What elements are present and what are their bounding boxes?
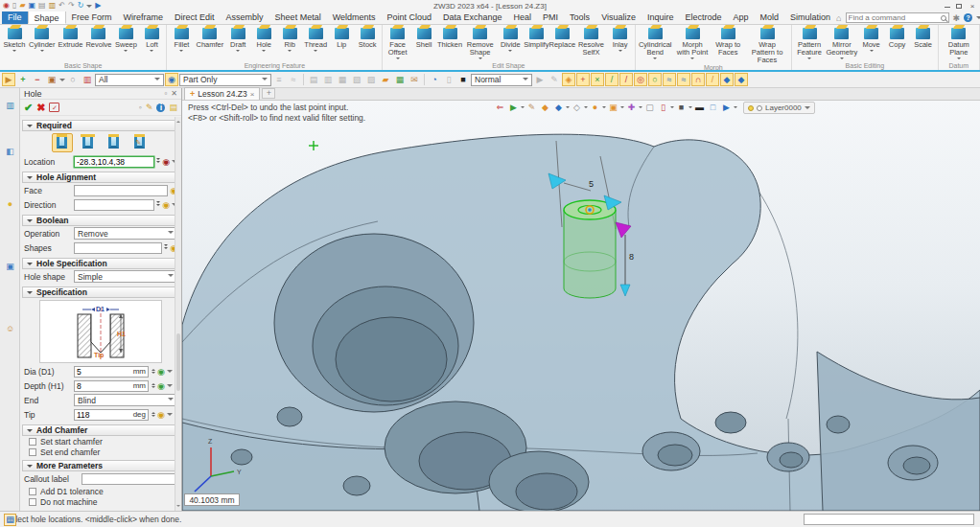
inlay-button[interactable]: Inlay xyxy=(608,26,633,54)
cad-scene[interactable]: Z Y X xyxy=(182,101,980,511)
print-icon[interactable]: ▤ xyxy=(38,2,46,10)
help-caret-icon[interactable] xyxy=(976,16,980,22)
open-file-icon[interactable]: ▰ xyxy=(19,2,25,10)
chevron-down-icon[interactable] xyxy=(12,50,16,54)
start-chamfer-checkbox[interactable] xyxy=(29,438,36,446)
wrap-pattern-to-faces-button[interactable]: Wrap Pattern to Faces xyxy=(745,26,789,64)
chevron-down-icon[interactable] xyxy=(734,106,737,110)
exit-icon[interactable]: ⇐ xyxy=(494,101,506,113)
filter-all-combo[interactable]: All xyxy=(95,74,164,86)
section-view-icon[interactable]: ▯ xyxy=(657,101,669,113)
sketch-button[interactable]: Sketch xyxy=(2,26,27,54)
chevron-down-icon[interactable] xyxy=(262,50,266,54)
lightbulb-icon[interactable] xyxy=(748,105,754,111)
scroll-thumb[interactable] xyxy=(176,333,180,391)
hole-preview-cylinder[interactable] xyxy=(564,200,616,298)
pattern-feature-button[interactable]: Pattern Feature xyxy=(794,26,825,61)
panel-toggle-icon[interactable]: ◫ xyxy=(4,514,16,526)
tab-data-exchange[interactable]: Data Exchange xyxy=(437,11,508,24)
chevron-down-icon[interactable] xyxy=(124,50,128,54)
qat-next-icon[interactable]: ▶ xyxy=(95,2,101,10)
chevron-down-icon[interactable] xyxy=(670,106,674,110)
snap-face-icon[interactable]: ◆ xyxy=(720,73,734,86)
tab-direct-edit[interactable]: Direct Edit xyxy=(169,11,221,24)
scale-button[interactable]: Scale xyxy=(911,26,936,49)
pick-box-caret-icon[interactable] xyxy=(59,79,65,84)
new-file-icon[interactable]: ▯ xyxy=(12,2,16,10)
snap-circle-icon[interactable]: ○ xyxy=(648,73,662,86)
ok-button[interactable]: ✔ xyxy=(24,102,33,114)
shell-button[interactable]: Shell xyxy=(411,26,436,49)
spinner[interactable] xyxy=(152,367,155,376)
chevron-down-icon[interactable] xyxy=(653,57,657,61)
chevron-down-icon[interactable] xyxy=(618,50,622,54)
point-pick-icon[interactable]: ◉ xyxy=(157,410,165,420)
section-add-chamfer[interactable]: Add Chamfer xyxy=(22,424,179,436)
tab-wireframe[interactable]: Wireframe xyxy=(118,11,170,24)
wireframe-icon[interactable]: ◇ xyxy=(571,101,583,113)
hole-shape-select[interactable]: Simple xyxy=(74,270,177,283)
pin-icon[interactable]: ▫ xyxy=(164,89,167,98)
point-pick-icon[interactable]: ◉ xyxy=(157,367,165,377)
appearance-sphere-icon[interactable]: ● xyxy=(589,101,601,113)
chevron-down-icon[interactable] xyxy=(179,50,183,54)
dia-input[interactable] xyxy=(77,367,131,377)
status-input[interactable] xyxy=(804,514,974,525)
central-bore[interactable] xyxy=(274,234,474,412)
tab-weldments[interactable]: Weldments xyxy=(327,11,382,24)
snap-spline-icon[interactable]: ≈ xyxy=(677,73,690,86)
scope-combo[interactable]: Part Only xyxy=(179,74,271,86)
chevron-down-icon[interactable] xyxy=(840,57,844,61)
add-pick-icon[interactable]: + xyxy=(16,73,30,86)
undo-icon[interactable]: ↶ xyxy=(58,2,65,10)
tab-inquire[interactable]: Inquire xyxy=(642,11,680,24)
minimize-button[interactable] xyxy=(945,4,950,8)
tip-input[interactable] xyxy=(77,410,131,420)
tab-app[interactable]: App xyxy=(728,11,755,24)
tab-electrode[interactable]: Electrode xyxy=(680,11,728,24)
chevron-down-icon[interactable] xyxy=(688,106,692,110)
qat-caret-icon[interactable] xyxy=(86,5,92,11)
plane-icon[interactable]: □ xyxy=(707,101,719,113)
tab-pmi[interactable]: PMI xyxy=(537,11,564,24)
move-button[interactable]: Move xyxy=(859,26,884,54)
unfold-icon[interactable] xyxy=(164,245,168,251)
point-pick-icon[interactable]: ◉ xyxy=(162,157,170,167)
mirror-geometry-button[interactable]: Mirror Geometry xyxy=(826,26,857,61)
hole-type-custom-button[interactable]: ✎ xyxy=(129,133,151,152)
end-select[interactable]: Blind xyxy=(74,394,177,406)
direction-input[interactable] xyxy=(77,200,152,210)
image-icon[interactable]: ▦ xyxy=(393,73,407,86)
cylindrical-bend-button[interactable]: Cylindrical Bend xyxy=(638,26,673,61)
snap-arc-icon[interactable]: ∩ xyxy=(691,73,705,86)
fly-icon[interactable]: ▶ xyxy=(720,101,733,113)
hole-type-simple-button[interactable] xyxy=(52,133,73,152)
hole-center-point[interactable] xyxy=(588,208,592,212)
chevron-down-icon[interactable] xyxy=(602,106,606,110)
folder-icon[interactable]: ▰ xyxy=(379,73,392,86)
chevron-down-icon[interactable] xyxy=(314,50,317,54)
section-specification[interactable]: Specification xyxy=(22,286,179,298)
tab-visualize[interactable]: Visualize xyxy=(595,11,642,24)
extrude-button[interactable]: Extrude xyxy=(58,26,84,49)
hole-type-taper-button[interactable] xyxy=(78,133,99,152)
chevron-down-icon[interactable] xyxy=(167,413,173,419)
distribute-icon[interactable]: ≈ xyxy=(287,73,300,86)
chevron-down-icon[interactable] xyxy=(396,57,400,61)
snap-line-icon[interactable]: / xyxy=(605,73,618,86)
export-icon[interactable]: ▥ xyxy=(49,2,57,10)
section-more-parameters[interactable]: More Parameters xyxy=(22,460,179,471)
simplify-button[interactable]: Simplify xyxy=(524,26,548,49)
chevron-down-icon[interactable] xyxy=(508,50,512,54)
mail-icon[interactable]: ✉ xyxy=(408,73,421,86)
snap-midpoint-icon[interactable]: / xyxy=(706,73,719,86)
divide-button[interactable]: Divide xyxy=(498,26,523,54)
tab-tools[interactable]: Tools xyxy=(564,11,595,24)
hole-type-counterbore-button[interactable] xyxy=(104,133,125,152)
shapes-input[interactable] xyxy=(77,243,159,253)
chevron-down-icon[interactable] xyxy=(167,384,173,390)
snap-center-icon[interactable]: ◎ xyxy=(634,73,647,86)
chevron-down-icon[interactable] xyxy=(521,106,525,110)
tab-heal[interactable]: Heal xyxy=(508,11,538,24)
display-mode-combo[interactable]: Normal xyxy=(471,74,532,86)
